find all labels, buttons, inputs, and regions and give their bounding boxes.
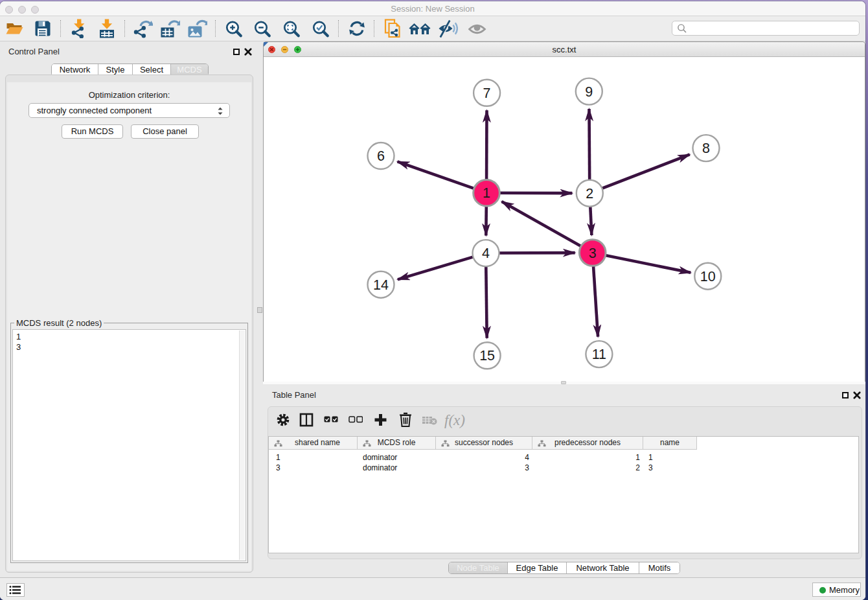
svg-text:6: 6 xyxy=(377,148,385,164)
svg-text:14: 14 xyxy=(373,277,389,293)
svg-text:1: 1 xyxy=(483,185,490,201)
svg-text:7: 7 xyxy=(483,86,491,101)
svg-text:4: 4 xyxy=(482,246,490,261)
svg-text:2: 2 xyxy=(586,186,593,202)
svg-text:3: 3 xyxy=(589,246,597,261)
svg-text:15: 15 xyxy=(479,348,495,363)
svg-text:9: 9 xyxy=(585,84,593,100)
svg-text:10: 10 xyxy=(700,269,716,284)
svg-text:8: 8 xyxy=(702,141,710,156)
svg-text:11: 11 xyxy=(592,347,606,362)
